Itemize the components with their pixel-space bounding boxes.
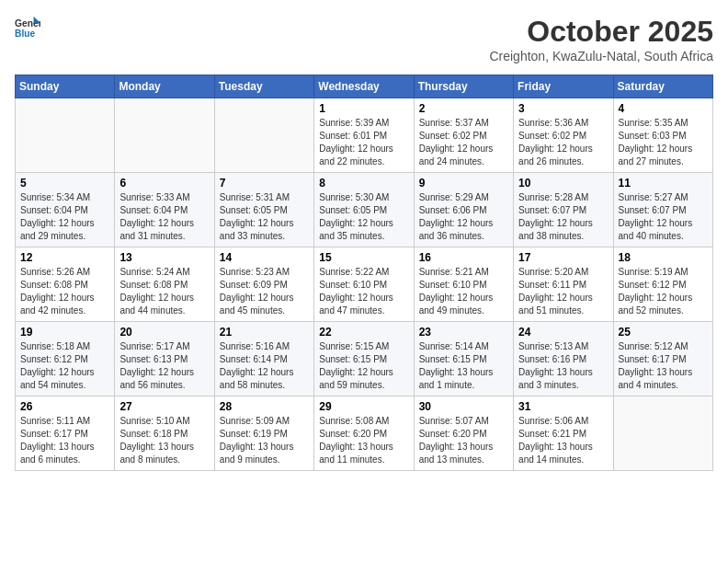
calendar-cell: 4Sunrise: 5:35 AM Sunset: 6:03 PM Daylig… — [613, 98, 712, 173]
day-number: 30 — [419, 400, 508, 413]
calendar-cell: 5Sunrise: 5:34 AM Sunset: 6:04 PM Daylig… — [16, 173, 115, 247]
day-info: Sunrise: 5:07 AM Sunset: 6:20 PM Dayligh… — [419, 415, 508, 466]
day-info: Sunrise: 5:06 AM Sunset: 6:21 PM Dayligh… — [518, 415, 608, 466]
day-number: 7 — [220, 177, 309, 190]
day-number: 1 — [319, 102, 408, 115]
title-block: October 2025 Creighton, KwaZulu-Natal, S… — [489, 15, 713, 63]
day-number: 3 — [518, 102, 608, 115]
day-info: Sunrise: 5:35 AM Sunset: 6:03 PM Dayligh… — [619, 117, 708, 168]
calendar-cell: 13Sunrise: 5:24 AM Sunset: 6:08 PM Dayli… — [115, 247, 214, 322]
calendar-cell — [214, 98, 313, 173]
day-number: 6 — [119, 177, 209, 190]
calendar-cell: 16Sunrise: 5:21 AM Sunset: 6:10 PM Dayli… — [414, 247, 513, 322]
day-number: 15 — [319, 251, 408, 264]
day-number: 28 — [220, 400, 309, 413]
day-info: Sunrise: 5:22 AM Sunset: 6:10 PM Dayligh… — [319, 266, 408, 317]
calendar-cell: 19Sunrise: 5:18 AM Sunset: 6:12 PM Dayli… — [16, 322, 115, 396]
calendar-cell: 30Sunrise: 5:07 AM Sunset: 6:20 PM Dayli… — [414, 396, 513, 471]
calendar-cell: 7Sunrise: 5:31 AM Sunset: 6:05 PM Daylig… — [214, 173, 313, 247]
day-info: Sunrise: 5:24 AM Sunset: 6:08 PM Dayligh… — [119, 266, 209, 317]
day-info: Sunrise: 5:09 AM Sunset: 6:19 PM Dayligh… — [220, 415, 309, 466]
day-number: 31 — [518, 400, 608, 413]
calendar-cell — [613, 396, 712, 471]
calendar-cell — [115, 98, 214, 173]
day-info: Sunrise: 5:21 AM Sunset: 6:10 PM Dayligh… — [419, 266, 508, 317]
calendar-cell: 23Sunrise: 5:14 AM Sunset: 6:15 PM Dayli… — [414, 322, 513, 396]
calendar-cell: 8Sunrise: 5:30 AM Sunset: 6:05 PM Daylig… — [314, 173, 414, 247]
calendar-cell: 2Sunrise: 5:37 AM Sunset: 6:02 PM Daylig… — [414, 98, 513, 173]
day-info: Sunrise: 5:39 AM Sunset: 6:01 PM Dayligh… — [319, 117, 408, 168]
day-number: 19 — [20, 326, 109, 339]
day-info: Sunrise: 5:19 AM Sunset: 6:12 PM Dayligh… — [619, 266, 708, 317]
day-info: Sunrise: 5:13 AM Sunset: 6:16 PM Dayligh… — [518, 340, 608, 392]
day-info: Sunrise: 5:17 AM Sunset: 6:13 PM Dayligh… — [119, 340, 209, 392]
week-row-3: 12Sunrise: 5:26 AM Sunset: 6:08 PM Dayli… — [16, 247, 713, 322]
month-title: October 2025 — [489, 15, 713, 49]
day-info: Sunrise: 5:30 AM Sunset: 6:05 PM Dayligh… — [319, 191, 408, 243]
week-row-5: 26Sunrise: 5:11 AM Sunset: 6:17 PM Dayli… — [16, 396, 713, 471]
day-number: 5 — [20, 177, 109, 190]
day-info: Sunrise: 5:14 AM Sunset: 6:15 PM Dayligh… — [419, 340, 508, 392]
day-info: Sunrise: 5:27 AM Sunset: 6:07 PM Dayligh… — [619, 191, 708, 243]
day-info: Sunrise: 5:16 AM Sunset: 6:14 PM Dayligh… — [220, 340, 309, 392]
calendar-cell: 27Sunrise: 5:10 AM Sunset: 6:18 PM Dayli… — [115, 396, 214, 471]
week-row-2: 5Sunrise: 5:34 AM Sunset: 6:04 PM Daylig… — [16, 173, 713, 247]
calendar-cell: 29Sunrise: 5:08 AM Sunset: 6:20 PM Dayli… — [314, 396, 414, 471]
calendar-cell: 3Sunrise: 5:36 AM Sunset: 6:02 PM Daylig… — [514, 98, 613, 173]
week-row-1: 1Sunrise: 5:39 AM Sunset: 6:01 PM Daylig… — [16, 98, 713, 173]
page-header: General Blue October 2025 Creighton, Kwa… — [15, 15, 713, 63]
calendar-cell: 10Sunrise: 5:28 AM Sunset: 6:07 PM Dayli… — [514, 173, 613, 247]
calendar-cell: 17Sunrise: 5:20 AM Sunset: 6:11 PM Dayli… — [514, 247, 613, 322]
day-number: 18 — [619, 251, 708, 264]
day-number: 16 — [419, 251, 508, 264]
day-number: 24 — [518, 326, 608, 339]
day-info: Sunrise: 5:20 AM Sunset: 6:11 PM Dayligh… — [518, 266, 608, 317]
day-info: Sunrise: 5:08 AM Sunset: 6:20 PM Dayligh… — [319, 415, 408, 466]
calendar-cell: 1Sunrise: 5:39 AM Sunset: 6:01 PM Daylig… — [314, 98, 414, 173]
day-number: 2 — [419, 102, 508, 115]
day-info: Sunrise: 5:15 AM Sunset: 6:15 PM Dayligh… — [319, 340, 408, 392]
svg-text:Blue: Blue — [15, 29, 36, 39]
weekday-header-saturday: Saturday — [613, 75, 712, 98]
calendar-cell: 9Sunrise: 5:29 AM Sunset: 6:06 PM Daylig… — [414, 173, 513, 247]
calendar-cell: 14Sunrise: 5:23 AM Sunset: 6:09 PM Dayli… — [214, 247, 313, 322]
day-number: 20 — [119, 326, 209, 339]
day-info: Sunrise: 5:36 AM Sunset: 6:02 PM Dayligh… — [518, 117, 608, 168]
calendar-cell: 18Sunrise: 5:19 AM Sunset: 6:12 PM Dayli… — [613, 247, 712, 322]
day-number: 14 — [220, 251, 309, 264]
day-info: Sunrise: 5:26 AM Sunset: 6:08 PM Dayligh… — [20, 266, 109, 317]
location-subtitle: Creighton, KwaZulu-Natal, South Africa — [489, 49, 713, 63]
day-number: 23 — [419, 326, 508, 339]
day-number: 27 — [119, 400, 209, 413]
calendar-cell: 31Sunrise: 5:06 AM Sunset: 6:21 PM Dayli… — [514, 396, 613, 471]
day-info: Sunrise: 5:33 AM Sunset: 6:04 PM Dayligh… — [119, 191, 209, 243]
day-number: 26 — [20, 400, 109, 413]
calendar-cell: 6Sunrise: 5:33 AM Sunset: 6:04 PM Daylig… — [115, 173, 214, 247]
day-number: 29 — [319, 400, 408, 413]
calendar-cell: 20Sunrise: 5:17 AM Sunset: 6:13 PM Dayli… — [115, 322, 214, 396]
day-number: 22 — [319, 326, 408, 339]
day-number: 25 — [619, 326, 708, 339]
weekday-header-sunday: Sunday — [16, 75, 115, 98]
calendar-cell: 22Sunrise: 5:15 AM Sunset: 6:15 PM Dayli… — [314, 322, 414, 396]
day-info: Sunrise: 5:37 AM Sunset: 6:02 PM Dayligh… — [419, 117, 508, 168]
day-info: Sunrise: 5:10 AM Sunset: 6:18 PM Dayligh… — [119, 415, 209, 466]
calendar-cell: 15Sunrise: 5:22 AM Sunset: 6:10 PM Dayli… — [314, 247, 414, 322]
calendar-cell — [16, 98, 115, 173]
day-number: 10 — [518, 177, 608, 190]
day-number: 9 — [419, 177, 508, 190]
weekday-header-row: SundayMondayTuesdayWednesdayThursdayFrid… — [16, 75, 713, 98]
day-number: 13 — [119, 251, 209, 264]
day-number: 4 — [619, 102, 708, 115]
weekday-header-thursday: Thursday — [414, 75, 513, 98]
weekday-header-wednesday: Wednesday — [314, 75, 414, 98]
weekday-header-tuesday: Tuesday — [214, 75, 313, 98]
day-info: Sunrise: 5:28 AM Sunset: 6:07 PM Dayligh… — [518, 191, 608, 243]
calendar-cell: 28Sunrise: 5:09 AM Sunset: 6:19 PM Dayli… — [214, 396, 313, 471]
day-number: 12 — [20, 251, 109, 264]
day-info: Sunrise: 5:34 AM Sunset: 6:04 PM Dayligh… — [20, 191, 109, 243]
weekday-header-monday: Monday — [115, 75, 214, 98]
calendar-table: SundayMondayTuesdayWednesdayThursdayFrid… — [15, 75, 713, 471]
calendar-cell: 12Sunrise: 5:26 AM Sunset: 6:08 PM Dayli… — [16, 247, 115, 322]
logo-icon: General Blue — [15, 15, 40, 40]
